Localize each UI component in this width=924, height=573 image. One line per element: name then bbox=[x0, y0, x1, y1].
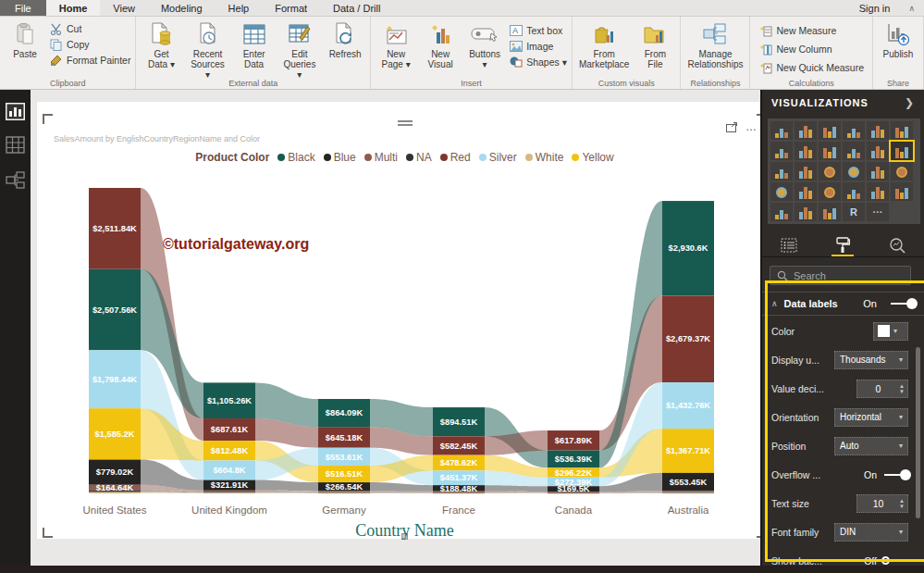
clustered-column-chart-icon[interactable] bbox=[843, 121, 865, 140]
enter-data-button[interactable]: Enter Data bbox=[234, 19, 275, 72]
slicer-icon[interactable] bbox=[770, 203, 793, 221]
menu-tab-data-drill[interactable]: Data / Drill bbox=[320, 0, 393, 16]
orientation-dropdown[interactable]: Horizontal▾ bbox=[834, 408, 908, 427]
data-label-color-picker[interactable]: ▾ bbox=[873, 322, 908, 341]
menu-tab-help[interactable]: Help bbox=[216, 0, 263, 16]
line-and-stacked-column-chart-icon[interactable] bbox=[843, 142, 865, 160]
publish-button[interactable]: Publish bbox=[878, 19, 918, 62]
legend-item-silver[interactable]: Silver bbox=[479, 151, 517, 164]
stepper-down-icon[interactable]: ▼ bbox=[899, 389, 905, 394]
copy-button[interactable]: Copy bbox=[49, 37, 130, 52]
matrix-icon[interactable] bbox=[819, 203, 841, 221]
card-icon[interactable] bbox=[843, 182, 865, 201]
menu-tab-view[interactable]: View bbox=[100, 0, 148, 16]
r-script-visual-icon[interactable]: R bbox=[843, 203, 865, 221]
stacked-bar-chart-icon[interactable] bbox=[770, 121, 793, 140]
kpi-icon[interactable] bbox=[891, 182, 913, 201]
focus-mode-icon[interactable] bbox=[726, 122, 738, 132]
position-dropdown[interactable]: Auto▾ bbox=[834, 437, 908, 455]
image-button[interactable]: Image bbox=[509, 39, 567, 54]
sign-in-button[interactable]: Sign in bbox=[850, 0, 900, 16]
overflow--toggle[interactable]: On bbox=[864, 469, 908, 480]
data-labels-section-header[interactable]: ∧ Data labels On bbox=[762, 292, 924, 316]
pie-chart-icon[interactable] bbox=[819, 162, 841, 181]
funnel-icon[interactable] bbox=[795, 182, 817, 201]
legend-item-multi[interactable]: Multi bbox=[364, 151, 398, 164]
stepper-down-icon[interactable]: ▼ bbox=[899, 504, 905, 509]
clustered-bar-chart-icon[interactable] bbox=[819, 121, 841, 140]
filled-map-icon[interactable] bbox=[770, 182, 793, 201]
menu-tab-home[interactable]: Home bbox=[46, 0, 101, 16]
bar-united-kingdom-multi[interactable] bbox=[203, 491, 255, 492]
ribbon-blue[interactable] bbox=[255, 480, 318, 492]
panel-scrollbar[interactable] bbox=[916, 347, 920, 518]
show-bac--toggle[interactable]: Off bbox=[864, 555, 908, 567]
scatter-chart-icon[interactable] bbox=[795, 162, 817, 181]
text-box-button[interactable]: A Text box bbox=[509, 23, 567, 38]
report-canvas[interactable]: … SalesAmount by EnglishCountryRegionNam… bbox=[31, 90, 760, 566]
stacked-column-chart-icon[interactable] bbox=[795, 121, 817, 140]
new-quick-measure-button[interactable]: New Quick Measure bbox=[758, 60, 864, 75]
search-input[interactable]: Search bbox=[770, 266, 911, 285]
from-file-button[interactable]: From File bbox=[634, 19, 675, 72]
value-deci--stepper[interactable]: 0▲▼ bbox=[856, 380, 908, 398]
tab-format[interactable] bbox=[829, 234, 856, 256]
100-stacked-column-chart-icon[interactable] bbox=[891, 121, 913, 140]
data-view-button[interactable] bbox=[6, 136, 25, 154]
text-size-stepper[interactable]: 10▲▼ bbox=[856, 494, 908, 513]
ribbon-chart-visual[interactable]: … SalesAmount by EnglishCountryRegionNam… bbox=[44, 116, 765, 536]
ribbon-chart-icon[interactable] bbox=[891, 142, 913, 160]
area-chart-icon[interactable] bbox=[795, 142, 817, 160]
donut-chart-icon[interactable] bbox=[843, 162, 865, 181]
bar-australia-white[interactable] bbox=[662, 493, 714, 494]
menu-tab-format[interactable]: Format bbox=[262, 0, 320, 16]
shapes-button[interactable]: Shapes ▾ bbox=[509, 55, 567, 69]
bar-germany-na[interactable] bbox=[318, 492, 370, 493]
stacked-area-chart-icon[interactable] bbox=[819, 142, 841, 160]
paste-button[interactable]: Paste bbox=[5, 19, 45, 62]
waterfall-chart-icon[interactable] bbox=[770, 162, 793, 181]
map-icon[interactable] bbox=[891, 162, 913, 181]
report-view-button[interactable] bbox=[6, 103, 25, 120]
new-page-button[interactable]: New Page ▾ bbox=[376, 19, 416, 72]
more-options-icon[interactable]: ··· bbox=[867, 203, 889, 221]
legend-item-blue[interactable]: Blue bbox=[324, 151, 356, 164]
manage-relationships-button[interactable]: Manage Relationships bbox=[685, 19, 745, 72]
more-options-icon[interactable]: … bbox=[745, 120, 758, 133]
line-chart-icon[interactable] bbox=[770, 142, 793, 160]
visual-drag-handle[interactable] bbox=[398, 118, 413, 128]
bar-australia-na[interactable] bbox=[662, 492, 714, 493]
gauge-icon[interactable] bbox=[819, 182, 841, 201]
edit-queries-button[interactable]: Edit Queries ▾ bbox=[278, 19, 322, 83]
legend-item-red[interactable]: Red bbox=[440, 151, 471, 164]
cut-button[interactable]: Cut bbox=[49, 21, 130, 36]
menu-tab-modeling[interactable]: Modeling bbox=[148, 0, 216, 16]
legend-item-black[interactable]: Black bbox=[277, 151, 314, 164]
table-icon[interactable] bbox=[795, 203, 817, 221]
menu-tab-file[interactable]: File bbox=[0, 0, 46, 16]
100-stacked-bar-chart-icon[interactable] bbox=[867, 121, 889, 140]
from-marketplace-button[interactable]: From Marketplace bbox=[577, 19, 631, 72]
legend-item-yellow[interactable]: Yellow bbox=[572, 151, 613, 164]
font-family-dropdown[interactable]: DIN▾ bbox=[834, 523, 908, 542]
ribbon-blue[interactable] bbox=[485, 485, 548, 492]
bar-germany-white[interactable] bbox=[318, 493, 370, 494]
bar-australia-multi[interactable] bbox=[662, 491, 714, 492]
tab-fields[interactable] bbox=[775, 234, 803, 256]
display-u--dropdown[interactable]: Thousands▾ bbox=[834, 351, 908, 369]
new-visual-button[interactable]: New Visual bbox=[420, 19, 461, 72]
refresh-button[interactable]: Refresh bbox=[325, 19, 365, 62]
data-labels-toggle[interactable] bbox=[891, 303, 915, 305]
new-column-button[interactable]: New Column bbox=[758, 42, 864, 56]
multi-row-card-icon[interactable] bbox=[867, 182, 889, 201]
format-painter-button[interactable]: Format Painter bbox=[49, 53, 130, 68]
new-measure-button[interactable]: New Measure bbox=[758, 23, 864, 38]
panel-collapse-icon[interactable]: ❯ bbox=[905, 96, 915, 109]
line-and-clustered-column-chart-icon[interactable] bbox=[867, 142, 889, 160]
collapse-ribbon-button[interactable]: ∧ bbox=[899, 0, 924, 16]
model-view-button[interactable] bbox=[6, 171, 25, 189]
tab-analytics[interactable] bbox=[883, 234, 911, 256]
bar-united-kingdom-na[interactable] bbox=[203, 492, 255, 492]
treemap-icon[interactable] bbox=[867, 162, 889, 181]
get-data-button[interactable]: Get Data ▾ bbox=[141, 19, 181, 72]
